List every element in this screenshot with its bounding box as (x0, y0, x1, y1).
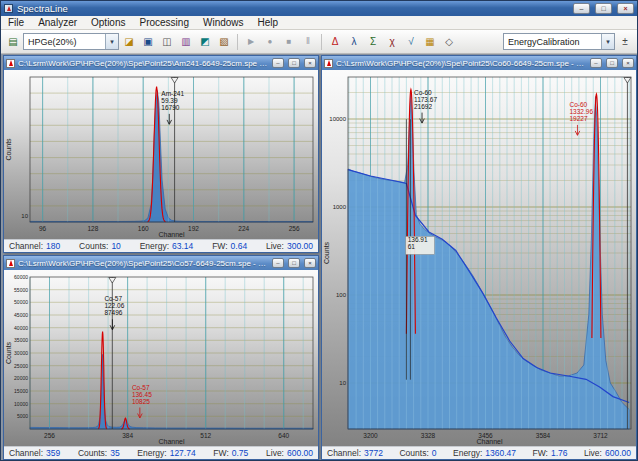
new-spectrum-icon[interactable]: ▤ (4, 33, 22, 51)
menu-item-analyzer[interactable]: Analyzer (31, 16, 84, 30)
svg-text:1000: 1000 (333, 204, 347, 210)
spectrum-chart-co57[interactable]: 2563845126405000100001500020000250003000… (4, 270, 318, 446)
status-label: Counts: (399, 448, 428, 458)
svg-text:Co-60: Co-60 (570, 101, 588, 108)
child-maximize-button[interactable]: □ (606, 58, 618, 68)
toolbar-separator (237, 34, 238, 50)
open-spectrum-icon[interactable]: ◪ (120, 33, 138, 51)
smooth-icon[interactable]: √ (402, 33, 420, 51)
zoom-icon[interactable]: ◇ (440, 33, 458, 51)
child-maximize-button[interactable]: □ (288, 258, 300, 268)
child-maximize-button[interactable]: □ (288, 58, 300, 68)
status-label: Energy: (453, 448, 482, 458)
tool-bar: ▤ HPGe(20%) ▾ ◪ ▣ ◫ ▥ ◩ ▧ ▶ ● ■ Ⅱ Δ λ Σ … (1, 30, 637, 54)
detector-combo[interactable]: HPGe(20%) ▾ (23, 33, 119, 50)
copy-icon[interactable]: ▥ (177, 33, 195, 51)
svg-text:45000: 45000 (14, 312, 28, 318)
status-value: 600.00 (605, 448, 631, 458)
child-close-button[interactable]: × (304, 58, 316, 68)
svg-text:3584: 3584 (536, 432, 551, 439)
maximize-button[interactable]: □ (595, 3, 612, 14)
svg-text:Channel: Channel (158, 231, 185, 238)
fit-icon[interactable]: χ (383, 33, 401, 51)
status-value: 35 (110, 448, 119, 458)
options-icon[interactable]: ± (616, 33, 634, 51)
child-minimize-button[interactable]: – (272, 258, 284, 268)
child-close-button[interactable]: × (622, 58, 634, 68)
spectrum-chart-am241[interactable]: 9612816019222425610Am-24159.3916790Chann… (4, 70, 318, 239)
sum-region-icon[interactable]: Σ (364, 33, 382, 51)
save-spectrum-icon[interactable]: ▣ (139, 33, 157, 51)
title-bar[interactable]: SpectraLine – □ × (1, 1, 637, 16)
child-minimize-button[interactable]: – (272, 58, 284, 68)
menu-item-help[interactable]: Help (251, 16, 286, 30)
print-icon[interactable]: ◫ (158, 33, 176, 51)
svg-text:Am-241: Am-241 (161, 90, 184, 97)
child-title-co57: C:\Lsrm\Work\GP\HPGe(20%)\Spe\Point25\Co… (18, 259, 268, 268)
svg-text:25000: 25000 (14, 363, 28, 369)
menu-item-windows[interactable]: Windows (196, 16, 251, 30)
svg-text:136.45: 136.45 (132, 391, 152, 398)
peak-search-icon[interactable]: Δ (326, 33, 344, 51)
spectrum-file-icon (6, 259, 15, 268)
child-statusbar-am241: Channel:180 Counts:10 Energy:63.14 FW:0.… (4, 239, 318, 252)
menu-item-file[interactable]: File (1, 16, 31, 30)
svg-text:50000: 50000 (14, 299, 28, 305)
svg-text:87496: 87496 (104, 309, 122, 316)
calibration-combo[interactable]: EnergyCalibration ▾ (503, 33, 615, 50)
view-settings-icon[interactable]: ▧ (215, 33, 233, 51)
child-close-button[interactable]: × (304, 258, 316, 268)
spectrum-chart-co60[interactable]: 3200332834563584371210100100010000Co-601… (322, 70, 636, 446)
menu-item-processing[interactable]: Processing (133, 16, 196, 30)
status-label: Channel: (9, 241, 43, 251)
status-value: 0.64 (231, 241, 248, 251)
report-icon[interactable]: ▦ (421, 33, 439, 51)
spectrum-window-co57: C:\Lsrm\Work\GP\HPGe(20%)\Spe\Point25\Co… (3, 255, 319, 460)
child-titlebar-co60[interactable]: C:\Lsrm\Work\GP\HPGe(20%)\Spe\Point25\Co… (322, 56, 636, 70)
status-value: 0.75 (232, 448, 249, 458)
svg-text:256: 256 (289, 225, 300, 232)
energy-calibration-icon[interactable]: λ (345, 33, 363, 51)
svg-text:10000: 10000 (14, 401, 28, 407)
chevron-down-icon[interactable]: ▾ (105, 34, 118, 49)
app-icon (4, 4, 13, 13)
svg-text:20000: 20000 (14, 375, 28, 381)
detector-combo-value: HPGe(20%) (24, 37, 105, 47)
record-icon[interactable]: ● (261, 33, 279, 51)
svg-text:10: 10 (339, 380, 346, 386)
pause-acquisition-icon[interactable]: Ⅱ (299, 33, 317, 51)
menu-item-options[interactable]: Options (84, 16, 132, 30)
status-label: Live: (584, 448, 602, 458)
mdi-workspace: C:\Lsrm\Work\GP\HPGe(20%)\Spe\Point25\Am… (1, 54, 637, 460)
status-label: Energy: (140, 241, 169, 251)
stop-acquisition-icon[interactable]: ■ (280, 33, 298, 51)
svg-text:61: 61 (408, 243, 416, 250)
toolbar-separator (321, 34, 322, 50)
spectrum-window-co60: C:\Lsrm\Work\GP\HPGe(20%)\Spe\Point25\Co… (321, 55, 637, 460)
svg-text:Channel: Channel (476, 438, 503, 445)
calibration-combo-value: EnergyCalibration (504, 37, 601, 47)
child-titlebar-co57[interactable]: C:\Lsrm\Work\GP\HPGe(20%)\Spe\Point25\Co… (4, 256, 318, 270)
svg-text:160: 160 (138, 225, 149, 232)
svg-text:55000: 55000 (14, 287, 28, 293)
svg-text:256: 256 (44, 432, 55, 439)
svg-text:1332.96: 1332.96 (570, 108, 594, 115)
svg-text:15000: 15000 (14, 388, 28, 394)
svg-text:59.39: 59.39 (161, 97, 178, 104)
chevron-down-icon[interactable]: ▾ (601, 34, 614, 49)
svg-text:5000: 5000 (17, 413, 28, 419)
status-label: Counts: (78, 448, 107, 458)
status-value: 600.00 (287, 448, 313, 458)
status-label: Channel: (9, 448, 43, 458)
svg-text:Counts: Counts (5, 138, 12, 161)
refresh-icon[interactable]: ◩ (196, 33, 214, 51)
minimize-button[interactable]: – (573, 3, 590, 14)
child-titlebar-am241[interactable]: C:\Lsrm\Work\GP\HPGe(20%)\Spe\Point25\Am… (4, 56, 318, 70)
svg-text:10: 10 (21, 213, 28, 219)
child-minimize-button[interactable]: – (590, 58, 602, 68)
svg-text:128: 128 (87, 225, 98, 232)
close-button[interactable]: × (617, 3, 634, 14)
spectrum-window-am241: C:\Lsrm\Work\GP\HPGe(20%)\Spe\Point25\Am… (3, 55, 319, 253)
status-label: Live: (266, 448, 284, 458)
start-acquisition-icon[interactable]: ▶ (242, 33, 260, 51)
